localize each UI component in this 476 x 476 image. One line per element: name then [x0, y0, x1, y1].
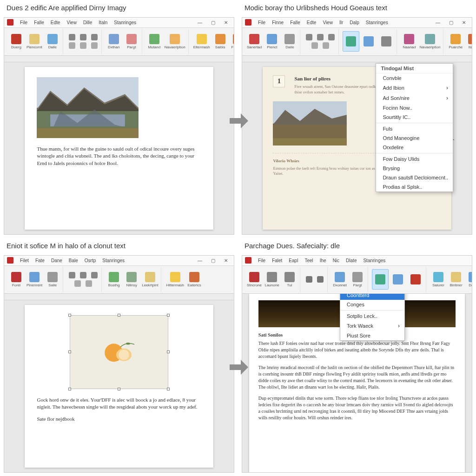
- document-canvas[interactable]: 1 San lior of plires Five wsualt atrent,…: [242, 62, 472, 234]
- menu-item[interactable]: Edte: [48, 19, 63, 26]
- resize-handle[interactable]: [118, 314, 120, 317]
- menu-item[interactable]: Piust Sore: [340, 331, 404, 340]
- menu-item[interactable]: Osrtp: [82, 257, 99, 264]
- menu-item[interactable]: Dille: [80, 19, 95, 26]
- menu-item[interactable]: Filet: [17, 257, 32, 264]
- menu-item[interactable]: Ilr: [337, 19, 346, 26]
- menu-item[interactable]: File: [255, 257, 268, 264]
- ribbon-button[interactable]: Launone: [264, 283, 279, 287]
- ribbon-button[interactable]: [326, 33, 337, 41]
- context-menu[interactable]: Coontterd Conges Sotpllo Leck.. Tork Wae…: [340, 294, 405, 341]
- ribbon-button[interactable]: Navaeription: [165, 45, 185, 49]
- menu-item[interactable]: Fuls: [376, 124, 453, 133]
- menu-item[interactable]: Draun sautsfl Decloiomecnt..: [376, 173, 453, 182]
- ribbon-button[interactable]: Nilinsy: [126, 283, 137, 287]
- resize-handle[interactable]: [68, 350, 71, 353]
- ribbon-button[interactable]: [78, 33, 88, 41]
- menu-item[interactable]: Teel: [302, 257, 316, 264]
- ribbon-button[interactable]: Fanithin: [231, 45, 234, 49]
- ribbon-button[interactable]: Naanad: [403, 45, 416, 49]
- menu-item[interactable]: Dlate: [343, 257, 359, 264]
- ribbon-button[interactable]: [89, 271, 99, 279]
- resize-handle[interactable]: [68, 314, 71, 317]
- ribbon-button[interactable]: Daerg: [469, 283, 472, 287]
- ribbon-button[interactable]: Puarche: [449, 45, 463, 49]
- menu-item[interactable]: Nic: [330, 257, 342, 264]
- menu-item[interactable]: View: [64, 19, 79, 26]
- menu-item[interactable]: File: [17, 19, 30, 26]
- menu-item[interactable]: Convble: [376, 73, 453, 83]
- ribbon-button[interactable]: [89, 33, 99, 41]
- ribbon-button-active[interactable]: [343, 31, 359, 52]
- menu-item[interactable]: View: [320, 19, 336, 26]
- image-frame-selected[interactable]: [70, 315, 168, 389]
- menu-item[interactable]: Orxdelire: [376, 143, 453, 152]
- ribbon-button[interactable]: [321, 41, 331, 50]
- menu-item[interactable]: Bale: [66, 257, 81, 264]
- resize-handle[interactable]: [68, 388, 71, 390]
- window-maximize-icon[interactable]: ▢: [207, 18, 219, 26]
- menu-item-selected[interactable]: Coontterd: [340, 294, 404, 300]
- ribbon-button[interactable]: Piencornt: [26, 45, 42, 49]
- window-close-icon[interactable]: ✕: [220, 18, 232, 26]
- resize-handle[interactable]: [167, 350, 170, 353]
- menu-item[interactable]: Prodias al Splsk..: [376, 182, 453, 192]
- menu-item[interactable]: Falet: [269, 257, 285, 264]
- ribbon-button[interactable]: Pinenrent: [26, 283, 42, 287]
- window-close-icon[interactable]: ✕: [458, 18, 470, 26]
- ribbon-button[interactable]: [78, 41, 88, 50]
- ribbon-button[interactable]: Sanertad: [247, 45, 262, 49]
- ribbon-button[interactable]: [84, 279, 94, 288]
- document-canvas[interactable]: Gock hord onw de it eles. Your'DFF is al…: [4, 300, 234, 472]
- window-minimize-icon[interactable]: —: [194, 18, 206, 26]
- ribbon-button[interactable]: Tul: [287, 283, 292, 287]
- document-canvas[interactable]: Thue mants, for will the the guine to sa…: [4, 62, 234, 234]
- menu-item[interactable]: Dalp: [347, 19, 362, 26]
- menu-item[interactable]: Focinn Now..: [376, 103, 453, 112]
- ribbon-button[interactable]: Dalle: [48, 45, 57, 49]
- ribbon-button[interactable]: [67, 41, 77, 50]
- menu-item[interactable]: Sourtitly IC..: [376, 112, 453, 122]
- menu-item[interactable]: Finne: [269, 19, 286, 26]
- window-minimize-icon[interactable]: —: [432, 18, 444, 26]
- menu-item[interactable]: Fate: [33, 257, 47, 264]
- menu-item[interactable]: Ihe: [317, 257, 329, 264]
- menu-item[interactable]: Falle: [287, 19, 303, 26]
- menu-item[interactable]: Brysing: [376, 164, 453, 173]
- window-maximize-icon[interactable]: ▢: [207, 256, 219, 264]
- context-menu[interactable]: Tindogal Mist Convble Add Ibion Ad Son/n…: [376, 63, 453, 192]
- ribbon-button[interactable]: Mutand: [148, 45, 160, 49]
- ribbon-button[interactable]: Hittermash: [166, 283, 184, 287]
- menu-item[interactable]: Stanringes: [363, 19, 391, 26]
- window-maximize-icon[interactable]: ▢: [445, 18, 457, 26]
- ribbon-button[interactable]: Pargt: [353, 283, 362, 287]
- ribbon-button[interactable]: [73, 279, 83, 288]
- ribbon-button[interactable]: Doerg: [11, 45, 21, 49]
- menu-item[interactable]: Stanringes: [111, 19, 139, 26]
- ribbon-button[interactable]: [78, 271, 88, 279]
- menu-item[interactable]: Dane: [48, 257, 65, 264]
- ribbon-button[interactable]: Bosthg: [108, 283, 120, 287]
- ribbon-button[interactable]: Eatertcs: [187, 283, 201, 287]
- ribbon-button[interactable]: Salurer: [432, 283, 444, 287]
- ribbon-button[interactable]: Salbis: [215, 45, 225, 49]
- ribbon-button[interactable]: Itaass: [469, 45, 472, 49]
- ribbon-button[interactable]: Stncrone: [247, 283, 262, 287]
- window-close-icon[interactable]: ✕: [220, 256, 232, 264]
- ribbon-button[interactable]: [67, 271, 77, 279]
- ribbon-button[interactable]: Eltermash: [193, 45, 210, 49]
- ribbon-button[interactable]: Dxonnet: [333, 283, 347, 287]
- menu-item[interactable]: Edte: [304, 19, 319, 26]
- ribbon-button[interactable]: [304, 275, 314, 284]
- menu-item[interactable]: Ortd Maneogine: [376, 133, 453, 143]
- menu-item[interactable]: Add Ibion: [376, 83, 453, 93]
- ribbon-button-active[interactable]: [372, 269, 389, 290]
- ribbon-button[interactable]: Dxthan: [108, 45, 119, 49]
- ribbon-button[interactable]: Bintiner: [450, 283, 462, 287]
- menu-item[interactable]: Italn: [96, 19, 110, 26]
- menu-item[interactable]: Falle: [31, 19, 47, 26]
- ribbon-button[interactable]: Leekrtpint: [142, 283, 158, 287]
- ribbon-button[interactable]: [315, 33, 325, 41]
- ribbon-button[interactable]: Forel: [12, 283, 20, 287]
- ribbon-button[interactable]: [67, 33, 77, 41]
